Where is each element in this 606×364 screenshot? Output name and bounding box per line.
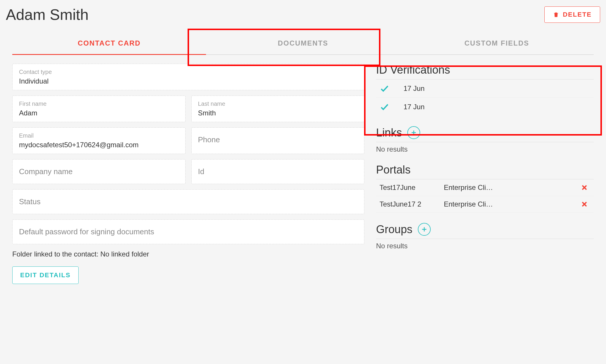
links-no-results: No results [376,142,594,153]
groups-no-results: No results [376,239,594,250]
section-title: Links [376,126,402,139]
add-link-button[interactable] [407,126,420,139]
field-label: Id [198,167,358,176]
section-title: Groups [376,223,413,236]
remove-portal-icon[interactable] [581,201,588,208]
verification-item[interactable]: 17 Jun [376,79,594,98]
section-id-verifications: ID Verifications 17 Jun 17 Jun [376,64,594,116]
tabs: CONTACT CARD DOCUMENTS CUSTOM FIELDS [12,32,594,55]
folder-linked-text: Folder linked to the contact: No linked … [12,250,364,258]
field-label: Default password for signing documents [19,227,358,236]
portal-plan: Enterprise Cli… [444,200,579,208]
verification-date: 17 Jun [404,103,425,111]
portal-name: Test17June [380,183,444,192]
field-email[interactable]: Email mydocsafetest50+170624@gmail.com [12,127,186,154]
plus-icon [411,129,417,136]
section-title: ID Verifications [376,64,450,76]
field-label: Last name [198,100,358,107]
portal-plan: Enterprise Cli… [444,183,579,192]
field-company-name[interactable]: Company name [12,159,186,184]
field-value: mydocsafetest50+170624@gmail.com [19,141,179,149]
field-value: Individual [19,77,358,85]
field-contact-type[interactable]: Contact type Individual [12,64,364,90]
field-phone[interactable]: Phone [191,127,365,154]
add-group-button[interactable] [418,223,431,236]
delete-button[interactable]: DELETE [544,6,600,23]
section-portals: Portals Test17June Enterprise Cli… TestJ… [376,164,594,213]
section-links: Links No results [376,126,594,153]
contact-card-form: Contact type Individual First name Adam … [12,64,364,284]
field-id[interactable]: Id [191,159,365,184]
field-status[interactable]: Status [12,189,364,214]
delete-button-label: DELETE [563,11,592,18]
field-label: First name [19,100,179,107]
tab-documents[interactable]: DOCUMENTS [206,32,400,54]
field-value: Adam [19,109,179,117]
check-icon [380,84,389,93]
tab-custom-fields[interactable]: CUSTOM FIELDS [400,32,594,54]
field-label: Contact type [19,69,358,75]
field-label: Email [19,132,179,139]
portal-name: TestJune17 2 [380,200,444,208]
edit-details-button[interactable]: EDIT DETAILS [12,266,79,284]
trash-icon [553,11,559,18]
field-label: Company name [19,167,179,176]
verification-date: 17 Jun [404,84,425,93]
portal-item[interactable]: TestJune17 2 Enterprise Cli… [376,196,594,213]
field-value: Smith [198,109,358,117]
portal-item[interactable]: Test17June Enterprise Cli… [376,179,594,196]
tab-contact-card[interactable]: CONTACT CARD [12,32,206,54]
section-groups: Groups No results [376,223,594,250]
remove-portal-icon[interactable] [581,184,588,191]
plus-icon [421,226,427,233]
field-default-password[interactable]: Default password for signing documents [12,219,364,244]
field-label: Status [19,197,358,206]
page-title: Adam Smith [6,6,89,23]
field-label: Phone [198,135,358,144]
section-title: Portals [376,164,411,176]
check-icon [380,102,389,112]
field-first-name[interactable]: First name Adam [12,96,186,122]
field-last-name[interactable]: Last name Smith [191,96,365,122]
verification-item[interactable]: 17 Jun [376,98,594,116]
